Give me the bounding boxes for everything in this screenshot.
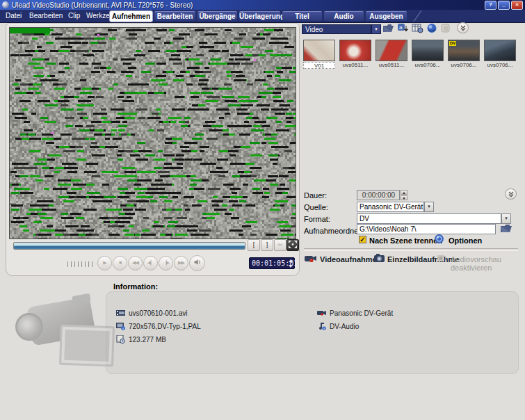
play-button[interactable]: ▶ — [97, 256, 112, 270]
tab-aufnehmen[interactable]: Aufnehmen — [109, 10, 153, 22]
still-capture-button[interactable] — [373, 253, 385, 264]
clip-thumbnail[interactable]: uvs0706... — [412, 40, 444, 69]
clip-image: DV — [448, 40, 480, 61]
camcorder-illustration — [6, 292, 110, 375]
options-gear-icon — [434, 234, 444, 244]
tab-ausgeben[interactable]: Ausgeben — [366, 11, 407, 21]
clip-thumbnail[interactable]: uvs0511... — [339, 40, 371, 69]
grid-clock-icon — [412, 23, 423, 33]
options-label: Optionen — [449, 236, 482, 245]
info-audio: DV-Audio — [330, 323, 359, 330]
fast-forward-button[interactable]: ▶▶ — [174, 256, 188, 270]
info-audio-row: DV-Audio — [317, 322, 359, 330]
close-button[interactable]: × — [511, 1, 523, 10]
previous-frame-button[interactable]: ◀▏ — [143, 256, 158, 270]
library-manager-button[interactable] — [440, 23, 452, 33]
menu-bearbeiten[interactable]: Bearbeiten — [29, 12, 63, 19]
load-media-button[interactable] — [382, 23, 394, 33]
chevron-double-down-icon — [508, 191, 514, 197]
timecode-spinner[interactable] — [288, 259, 293, 268]
mark-in-button[interactable]: [ — [248, 239, 260, 251]
rewind-button[interactable]: ◀◀ — [128, 256, 143, 270]
information-title: Information: — [113, 282, 158, 291]
scissors-icon: ✂ — [277, 241, 283, 248]
clip-label: uvs0511... — [375, 62, 407, 69]
source-select-arrow-icon[interactable]: ▼ — [424, 202, 434, 212]
open-folder-icon — [382, 23, 394, 33]
stop-button[interactable]: ■ — [113, 256, 127, 270]
capture-folder-input[interactable] — [357, 224, 496, 234]
library-select-arrow-icon[interactable]: ▼ — [371, 24, 381, 34]
split-by-scene-label: Nach Szene trennen — [369, 236, 442, 245]
folder-icon — [500, 223, 512, 234]
menu-bar: Datei Bearbeiten Clip Werkzeuge Aufnehme… — [0, 10, 525, 23]
clip-label: uvs0706... — [448, 62, 480, 69]
source-select[interactable]: Panasonic DV-Gerät — [357, 202, 424, 212]
minimize-button[interactable]: _ — [498, 1, 510, 10]
app-logo-icon — [2, 1, 9, 8]
volume-icon — [193, 258, 202, 266]
timecode-display[interactable]: 00:01:05:01 — [249, 257, 295, 269]
volume-button[interactable] — [189, 255, 205, 271]
jog-shuttle[interactable] — [67, 261, 95, 267]
help-button[interactable]: ? — [485, 1, 496, 10]
tab-bearbeiten[interactable]: Bearbeiten — [154, 11, 195, 21]
clip-image — [339, 40, 371, 61]
menu-datei[interactable]: Datei — [6, 12, 22, 19]
tab-divider — [413, 10, 421, 22]
file-size-icon — [116, 335, 125, 344]
audio-muted-icon — [437, 254, 448, 263]
window-title: Ulead VideoStudio (Unbenannt, AVI PAL 72… — [12, 1, 485, 9]
chevron-double-down-icon — [460, 25, 466, 31]
info-filename: uvs070610-001.avi — [129, 309, 188, 317]
tab-audio[interactable]: Audio — [324, 11, 364, 21]
tab-uebergaenge[interactable]: Übergänge — [197, 11, 237, 21]
clip-thumbnail[interactable]: uvs0706... — [484, 40, 516, 69]
clip-thumbnail[interactable]: V01 — [303, 40, 335, 69]
clip-image — [303, 40, 335, 61]
tab-titel[interactable]: Titel — [282, 11, 322, 21]
next-frame-button[interactable]: ▕▶ — [159, 256, 173, 270]
format-select[interactable]: DV — [357, 213, 501, 224]
enlarge-button[interactable] — [286, 239, 299, 251]
clip-thumbnail[interactable]: uvs0511... — [375, 40, 407, 69]
info-format: 720x576,DV-Typ-1,PAL — [129, 323, 201, 330]
library-collapse-button[interactable] — [457, 22, 469, 33]
title-bar: Ulead VideoStudio (Unbenannt, AVI PAL 72… — [0, 0, 525, 10]
trim-slider[interactable] — [13, 242, 245, 250]
smart-wizard-button[interactable] — [426, 23, 438, 33]
camera-device-icon — [317, 309, 326, 317]
options-button[interactable] — [434, 234, 446, 244]
format-select-arrow-icon[interactable]: ▼ — [501, 213, 511, 224]
browse-folder-button[interactable] — [500, 223, 512, 234]
sort-clips-button[interactable]: a — [397, 23, 409, 33]
duration-label: Dauer: — [304, 191, 327, 200]
split-by-scene-checkbox[interactable]: ✓ — [359, 236, 366, 243]
audio-preview-label: Audiovorschau deaktivieren — [451, 255, 525, 272]
duration-spinner[interactable] — [401, 190, 407, 200]
sort-icon: a — [397, 23, 409, 33]
information-panel: uvs070610-001.avi 720x576,DV-Typ-1,PAL 1… — [106, 291, 519, 374]
tab-ueberlagerung[interactable]: Überlagerung — [239, 11, 280, 21]
video-capture-button[interactable] — [304, 253, 316, 264]
capture-settings-button[interactable] — [412, 23, 423, 33]
source-label: Quelle: — [304, 203, 328, 211]
info-device-row: Panasonic DV-Gerät — [317, 309, 393, 317]
cut-button[interactable]: ✂ — [274, 239, 286, 251]
menu-clip[interactable]: Clip — [68, 12, 80, 19]
info-format-row: 720x576,DV-Typ-1,PAL — [116, 322, 201, 330]
clip-label: V01 — [303, 62, 335, 69]
library-folder-select[interactable]: Video — [302, 24, 371, 34]
info-size: 123.277 MB — [129, 336, 166, 344]
audio-note-icon — [317, 322, 326, 330]
clip-thumbnail[interactable]: DV uvs0706... — [448, 40, 480, 69]
options-divider — [304, 248, 518, 251]
disabled-panel-icon — [440, 23, 451, 33]
clip-image — [412, 40, 444, 61]
options-collapse-button[interactable] — [505, 188, 517, 199]
info-filename-row: uvs070610-001.avi — [116, 309, 188, 317]
mark-out-button[interactable]: ] — [261, 239, 273, 251]
audio-preview-button[interactable] — [437, 254, 449, 264]
clip-label: uvs0706... — [484, 62, 516, 69]
video-capture-label[interactable]: Videoaufnahme — [320, 255, 377, 264]
